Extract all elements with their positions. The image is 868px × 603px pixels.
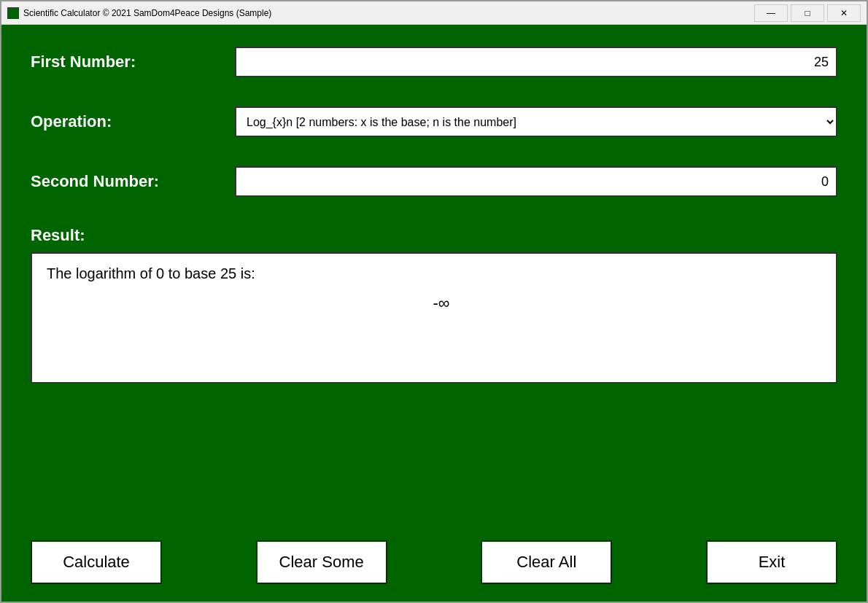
first-number-row: First Number: [31,47,837,77]
operation-label: Operation: [31,112,235,131]
second-number-label: Second Number: [31,172,235,191]
clear-all-button[interactable]: Clear All [481,540,612,584]
result-label: Result: [31,226,837,245]
button-row: Calculate Clear Some Clear All Exit [1,529,867,602]
first-number-input[interactable] [235,47,837,77]
main-content: First Number: Operation: Log_{x}n [2 num… [1,25,867,529]
result-section: Result: The logarithm of 0 to base 25 is… [31,226,837,514]
maximize-button[interactable]: □ [791,4,824,22]
first-number-label: First Number: [31,52,235,71]
operation-select[interactable]: Log_{x}n [2 numbers: x is the base; n is… [235,106,837,137]
app-icon [7,7,19,19]
calculate-button[interactable]: Calculate [31,540,162,584]
title-bar: Scientific Calculator © 2021 SamDom4Peac… [1,1,867,25]
minimize-button[interactable]: — [754,4,788,22]
result-box: The logarithm of 0 to base 25 is: -∞ [31,252,837,384]
window-controls: — □ ✕ [754,4,861,22]
exit-button[interactable]: Exit [706,540,837,584]
result-value: -∞ [47,294,821,313]
second-number-input[interactable] [235,166,837,197]
operation-row: Operation: Log_{x}n [2 numbers: x is the… [31,106,837,137]
result-main-text: The logarithm of 0 to base 25 is: [47,265,821,282]
main-window: Scientific Calculator © 2021 SamDom4Peac… [0,0,868,603]
second-number-row: Second Number: [31,166,837,197]
clear-some-button[interactable]: Clear Some [256,540,387,584]
window-title: Scientific Calculator © 2021 SamDom4Peac… [23,8,754,18]
close-button[interactable]: ✕ [827,4,861,22]
